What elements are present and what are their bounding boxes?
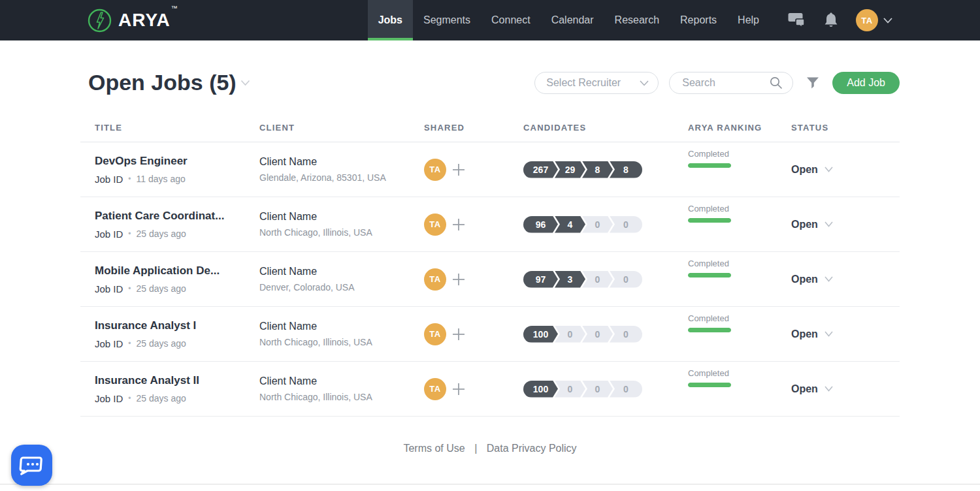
status-value: Open [791, 328, 818, 340]
job-id-link[interactable]: Job ID [95, 338, 123, 349]
ranking-status-label: Completed [688, 313, 791, 323]
column-header-status: STATUS [791, 123, 900, 133]
status-dropdown[interactable]: Open [791, 274, 900, 285]
pipeline-stage-4[interactable]: 0 [610, 216, 642, 233]
ranking-progress-bar [688, 218, 731, 223]
pipeline-stage-2[interactable]: 3 [555, 271, 585, 288]
search-icon[interactable] [769, 76, 783, 90]
pipeline-stage-1[interactable]: 96 [523, 216, 558, 233]
ranking-status-label: Completed [688, 368, 791, 378]
nav-tab-research[interactable]: Research [604, 0, 670, 40]
column-header-client: CLIENT [259, 123, 424, 133]
candidates-cell: 100000 [523, 326, 688, 343]
shared-cell: TA [424, 323, 523, 345]
client-location: North Chicago, Illinois, USA [259, 337, 424, 347]
pipeline-stage-1[interactable]: 100 [523, 326, 558, 343]
nav-tab-connect[interactable]: Connect [481, 0, 541, 40]
candidates-cell: 2672988 [523, 161, 688, 178]
pipeline-stage-4[interactable]: 8 [610, 161, 642, 178]
data-privacy-policy-link[interactable]: Data Privacy Policy [487, 443, 577, 454]
shared-avatar[interactable]: TA [424, 378, 446, 400]
job-title-link[interactable]: DevOps Engineer [95, 155, 188, 168]
job-title-link[interactable]: Mobile Application De... [95, 264, 220, 277]
add-share-button[interactable] [450, 271, 467, 288]
add-share-button[interactable] [450, 326, 467, 343]
bell-icon[interactable] [823, 11, 839, 29]
job-id-link[interactable]: Job ID [95, 229, 123, 240]
nav-tab-calendar[interactable]: Calendar [541, 0, 604, 40]
column-header-candidates: CANDIDATES [523, 123, 688, 133]
footer-separator: | [474, 443, 477, 454]
pipeline-stage-4[interactable]: 0 [610, 271, 642, 288]
job-title-link[interactable]: Insurance Analyst II [95, 374, 199, 387]
user-menu[interactable]: TA [856, 9, 892, 31]
messages-icon[interactable] [787, 12, 806, 29]
ranking-status-label: Completed [688, 259, 791, 268]
pipeline-stage-1[interactable]: 100 [523, 381, 558, 398]
nav-tab-segments[interactable]: Segments [413, 0, 481, 40]
shared-avatar[interactable]: TA [424, 268, 446, 291]
caret-down-icon [883, 18, 892, 24]
pipeline-stage-2[interactable]: 29 [555, 161, 585, 178]
avatar[interactable]: TA [856, 9, 878, 31]
arya-ranking-cell: Completed [688, 204, 791, 223]
pipeline-stage-3[interactable]: 0 [582, 326, 613, 343]
nav-tab-jobs[interactable]: Jobs [368, 0, 413, 40]
column-header-shared: SHARED [424, 123, 523, 133]
pipeline-stage-2[interactable]: 0 [555, 326, 585, 343]
shared-avatar[interactable]: TA [424, 323, 446, 345]
plus-icon [450, 271, 467, 288]
add-job-button[interactable]: Add Job [832, 72, 900, 94]
pipeline-stage-2[interactable]: 0 [555, 381, 585, 398]
status-dropdown[interactable]: Open [791, 219, 900, 230]
pipeline-stage-1[interactable]: 97 [523, 271, 558, 288]
header-controls: Select Recruiter Add Job [534, 72, 900, 94]
ranking-progress-bar [688, 163, 731, 168]
trademark-mark: ™ [171, 5, 178, 12]
nav-tab-help[interactable]: Help [727, 0, 770, 40]
job-row: Patient Care Coordinat... Job ID • 25 da… [80, 197, 900, 252]
arya-logo[interactable]: ARYA™ [88, 0, 178, 40]
add-share-button[interactable] [450, 216, 467, 233]
recruiter-select[interactable]: Select Recruiter [534, 72, 659, 94]
job-id-link[interactable]: Job ID [95, 393, 123, 404]
filter-button[interactable] [805, 75, 821, 91]
pipeline-stage-3[interactable]: 0 [582, 216, 613, 233]
job-posted-age: 25 days ago [137, 283, 186, 294]
candidates-cell: 96400 [523, 216, 688, 233]
pipeline-stage-1[interactable]: 267 [523, 161, 558, 178]
page-title-dropdown[interactable]: Open Jobs (5) [88, 71, 250, 95]
pipeline-stage-2[interactable]: 4 [555, 216, 585, 233]
client-cell: Client Name North Chicago, Illinois, USA [259, 321, 424, 347]
status-dropdown[interactable]: Open [791, 328, 900, 340]
job-title-link[interactable]: Insurance Analyst I [95, 319, 196, 332]
ranking-progress-fill [688, 328, 731, 332]
job-id-link[interactable]: Job ID [95, 283, 123, 294]
client-name: Client Name [259, 156, 424, 168]
terms-of-use-link[interactable]: Terms of Use [403, 443, 465, 454]
title-cell: Patient Care Coordinat... Job ID • 25 da… [95, 210, 259, 240]
nav-tabs: JobsSegmentsConnectCalendarResearchRepor… [368, 0, 770, 40]
pipeline-stage-4[interactable]: 0 [610, 326, 642, 343]
add-share-button[interactable] [450, 381, 467, 398]
logo-bolt-icon [88, 8, 112, 33]
nav-tab-reports[interactable]: Reports [670, 0, 727, 40]
status-dropdown[interactable]: Open [791, 164, 900, 176]
pipeline-stage-3[interactable]: 8 [582, 161, 613, 178]
pipeline-stage-4[interactable]: 0 [610, 381, 642, 398]
column-header-arya-ranking: ARYA RANKING [688, 123, 791, 133]
pipeline-stage-3[interactable]: 0 [582, 381, 613, 398]
status-dropdown[interactable]: Open [791, 383, 900, 395]
pipeline-stage-3[interactable]: 0 [582, 271, 613, 288]
shared-avatar[interactable]: TA [424, 159, 446, 181]
job-id-link[interactable]: Job ID [95, 174, 123, 185]
add-share-button[interactable] [450, 161, 467, 178]
shared-cell: TA [424, 268, 523, 291]
chevron-down-icon [825, 331, 833, 337]
ranking-progress-fill [688, 163, 731, 168]
meta-separator-dot: • [128, 394, 131, 403]
shared-avatar[interactable]: TA [424, 214, 446, 236]
search-input[interactable] [681, 76, 769, 89]
job-title-link[interactable]: Patient Care Coordinat... [95, 210, 224, 223]
chat-widget-button[interactable] [11, 445, 52, 486]
